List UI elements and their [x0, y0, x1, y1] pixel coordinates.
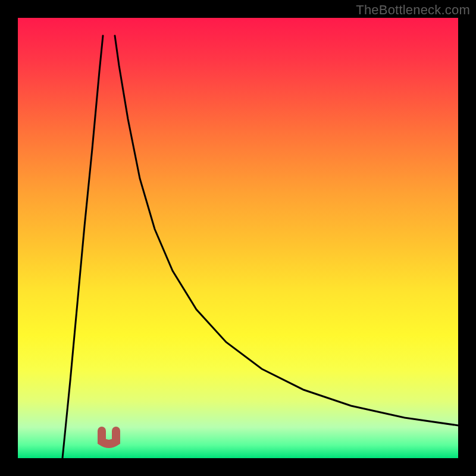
- watermark-text: TheBottleneck.com: [356, 2, 470, 18]
- curve-left-branch: [62, 36, 103, 458]
- chart-plot-area: [18, 18, 458, 458]
- curve-right-branch: [115, 36, 458, 425]
- u-marker: [102, 431, 116, 444]
- chart-svg: [18, 18, 458, 458]
